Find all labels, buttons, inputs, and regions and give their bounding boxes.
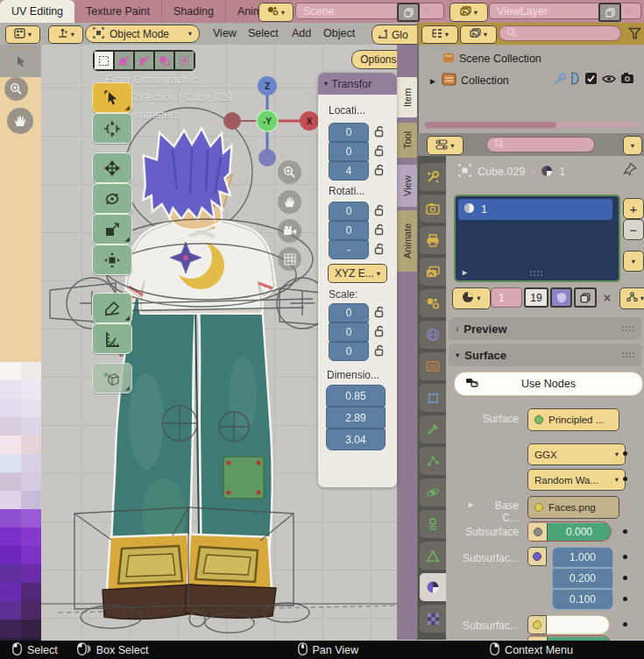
animate-dot[interactable] bbox=[623, 529, 627, 534]
uv-select-tool-button[interactable] bbox=[7, 48, 35, 74]
properties-search-input[interactable] bbox=[486, 137, 595, 152]
lock-rotation-x-icon[interactable] bbox=[374, 204, 386, 219]
tool-select-box-button[interactable]: ◢ bbox=[92, 82, 132, 113]
properties-editor-type-dropdown[interactable]: ▾ bbox=[427, 136, 464, 155]
properties-options-dropdown[interactable]: ▾ bbox=[623, 136, 642, 155]
scale-x-field[interactable]: 0 bbox=[329, 303, 369, 322]
workspace-tab-uv-editing[interactable]: UV Editing bbox=[0, 0, 74, 23]
select-mode-intersect-button[interactable] bbox=[174, 51, 195, 70]
tool-measure-button[interactable] bbox=[92, 323, 132, 354]
location-z-field[interactable]: 4 bbox=[329, 161, 369, 181]
tab-view-layer[interactable] bbox=[420, 258, 446, 286]
uv-editor-type-dropdown[interactable]: ▾ bbox=[5, 25, 40, 44]
tool-annotate-button[interactable]: ◢ bbox=[92, 293, 132, 323]
viewport-grid-persp-button[interactable] bbox=[278, 247, 301, 271]
lock-scale-z-icon[interactable] bbox=[374, 344, 386, 359]
npanel-tab-tool[interactable]: Tool bbox=[397, 123, 418, 158]
material-browse-dropdown[interactable]: ▾ bbox=[452, 287, 491, 309]
lock-location-y-icon[interactable] bbox=[374, 145, 386, 159]
viewport-camera-button[interactable] bbox=[278, 219, 301, 243]
viewlayer-remove-icon[interactable]: × bbox=[625, 4, 632, 18]
radius-y-field[interactable]: 0.200 bbox=[552, 568, 613, 589]
material-name-field[interactable]: 1 bbox=[491, 287, 522, 308]
animate-dot[interactable] bbox=[623, 555, 627, 559]
select-mode-invert-button[interactable] bbox=[154, 51, 174, 70]
outliner-item-collection[interactable]: ► Collection bbox=[428, 73, 509, 89]
uv-zoom-button[interactable] bbox=[4, 77, 28, 101]
tab-collection-props[interactable] bbox=[420, 352, 446, 380]
axis-gizmo[interactable]: Z X -Y bbox=[223, 75, 320, 172]
radius-socket-icon[interactable] bbox=[527, 547, 547, 566]
preview-panel-header[interactable]: › Preview bbox=[449, 317, 641, 340]
subsurface-slider[interactable]: 0.000 bbox=[527, 521, 612, 542]
lock-rotation-z-icon[interactable] bbox=[374, 243, 386, 258]
dimensions-y-field[interactable]: 2.89 bbox=[326, 407, 386, 429]
surface-panel-header[interactable]: ▾ Surface bbox=[449, 344, 641, 366]
rotation-x-field[interactable]: 0 bbox=[329, 202, 369, 221]
tool-scale-button[interactable]: ◢ bbox=[92, 214, 132, 244]
select-mode-extend-button[interactable] bbox=[114, 51, 134, 70]
exclude-checkbox-icon[interactable] bbox=[584, 72, 598, 88]
tool-transform-button[interactable] bbox=[92, 244, 132, 275]
slot-add-button[interactable]: + bbox=[623, 198, 644, 219]
color-socket-icon[interactable] bbox=[527, 615, 547, 634]
viewport-editor-type-dropdown[interactable]: ▾ bbox=[48, 25, 83, 44]
tab-output[interactable] bbox=[420, 226, 446, 254]
camera-render-icon[interactable] bbox=[620, 72, 634, 87]
slot-specials-dropdown[interactable]: ▾ bbox=[623, 251, 644, 272]
npanel-tab-animate[interactable]: Animate bbox=[397, 210, 418, 272]
scene-browse-dropdown[interactable]: ▾ bbox=[258, 3, 294, 22]
tab-tool[interactable] bbox=[420, 163, 446, 191]
viewport-zoom-button[interactable] bbox=[278, 160, 301, 184]
menu-view[interactable]: View bbox=[205, 23, 244, 44]
breadcrumb-object[interactable]: Cube.029 bbox=[478, 166, 525, 178]
node-specials-dropdown[interactable]: ▾ bbox=[619, 287, 644, 309]
viewport-pan-hand-button[interactable] bbox=[278, 190, 301, 214]
list-resize-grip[interactable] bbox=[529, 270, 542, 278]
base-color-expand-icon[interactable]: ► bbox=[467, 500, 475, 509]
list-expand-icon[interactable]: ► bbox=[461, 268, 469, 277]
animate-dot[interactable] bbox=[623, 451, 627, 456]
menu-add[interactable]: Add bbox=[284, 23, 319, 44]
collection-instance-icon[interactable] bbox=[569, 71, 581, 89]
tab-particles[interactable] bbox=[420, 447, 446, 475]
material-copy-icon[interactable] bbox=[574, 287, 597, 308]
tool-add-cube-button[interactable]: ◢ bbox=[92, 363, 132, 393]
eye-icon[interactable] bbox=[602, 74, 616, 87]
tab-modifiers[interactable] bbox=[420, 415, 446, 443]
dimensions-x-field[interactable]: 0.85 bbox=[326, 385, 386, 407]
npanel-tab-item[interactable]: Item bbox=[397, 77, 418, 117]
rotation-y-field[interactable]: 0 bbox=[329, 221, 369, 240]
select-mode-new-button[interactable] bbox=[94, 51, 114, 70]
transform-orientation-dropdown[interactable]: Glo bbox=[372, 25, 423, 45]
transform-panel-header[interactable]: ▾ Transfor bbox=[318, 73, 397, 95]
npanel-tab-view[interactable]: View bbox=[397, 165, 418, 207]
dimensions-z-field[interactable]: 3.04 bbox=[326, 429, 386, 450]
tab-object[interactable] bbox=[420, 384, 446, 412]
lock-scale-y-icon[interactable] bbox=[374, 325, 386, 340]
use-nodes-button[interactable]: Use Nodes bbox=[454, 372, 643, 396]
animate-dot[interactable] bbox=[623, 622, 627, 627]
scene-unlink-icon[interactable]: × bbox=[423, 4, 430, 18]
funnel-filter-icon[interactable] bbox=[628, 27, 641, 42]
lock-rotation-y-icon[interactable] bbox=[374, 223, 386, 238]
viewlayer-name-field[interactable]: ViewLayer × bbox=[489, 3, 641, 19]
subsurface-color-swatch[interactable] bbox=[547, 615, 610, 634]
outliner-hscrollbar[interactable] bbox=[425, 122, 637, 128]
lock-location-z-icon[interactable] bbox=[374, 164, 386, 179]
material-users-count-button[interactable]: 19 bbox=[524, 287, 548, 308]
material-slot-list[interactable]: 1 ► bbox=[454, 195, 620, 282]
tab-scene[interactable] bbox=[420, 289, 446, 317]
tab-render[interactable] bbox=[420, 195, 446, 223]
tab-constraints[interactable] bbox=[420, 510, 446, 538]
viewlayer-browse-dropdown[interactable]: ▾ bbox=[449, 3, 488, 22]
menu-object[interactable]: Object bbox=[315, 23, 363, 44]
tool-move-button[interactable] bbox=[92, 152, 132, 183]
workspace-tab-shading[interactable]: Shading bbox=[162, 0, 226, 23]
animate-dot[interactable] bbox=[623, 576, 627, 580]
viewlayer-copy-icon[interactable] bbox=[598, 3, 621, 22]
distribution-dropdown[interactable]: GGX ▾ bbox=[527, 443, 626, 465]
tool-rotate-button[interactable] bbox=[92, 183, 132, 214]
scale-z-field[interactable]: 0 bbox=[329, 342, 369, 361]
surface-shader-button[interactable]: Principled ... bbox=[527, 408, 619, 431]
